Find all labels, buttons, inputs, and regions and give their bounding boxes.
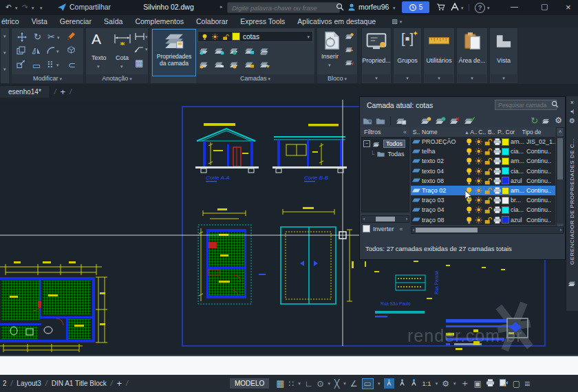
- annotation-panel-label[interactable]: Anotação: [86, 74, 148, 83]
- layer-freeze-icon[interactable]: [474, 177, 484, 185]
- layout-tab-partial[interactable]: 2: [3, 380, 7, 387]
- layer-freeze-icon[interactable]: [474, 186, 484, 195]
- tab-complementos[interactable]: Complementos: [129, 17, 190, 25]
- col-lock[interactable]: B..: [487, 129, 497, 135]
- layer-on-icon[interactable]: [464, 147, 474, 155]
- layer-freeze-icon[interactable]: [474, 206, 484, 214]
- redo-dropdown-icon[interactable]: ▾: [32, 6, 34, 10]
- clipboard-panel-dropdown-icon[interactable]: ▾: [458, 74, 486, 83]
- col-on[interactable]: A..: [470, 129, 478, 135]
- layer-plot-icon[interactable]: [493, 157, 502, 165]
- layer-row[interactable]: texto 08azulContinu..: [411, 176, 555, 186]
- snap-dropdown-icon[interactable]: ▾: [298, 381, 301, 386]
- rotate-icon[interactable]: ↻: [34, 32, 41, 41]
- filter-tree-item-all[interactable]: − Todos: [363, 140, 407, 148]
- col-freeze[interactable]: C..: [478, 129, 487, 135]
- polar-dropdown-icon[interactable]: ▾: [328, 381, 331, 386]
- layer-lock-icon[interactable]: [483, 186, 493, 195]
- annotation-scale-icon[interactable]: [410, 378, 418, 389]
- search-icon[interactable]: [336, 3, 344, 11]
- new-drawing-tab-button[interactable]: +: [61, 87, 66, 97]
- layer-color-cell[interactable]: [502, 206, 511, 214]
- edit-block-icon[interactable]: [345, 45, 354, 54]
- layer-dropdown[interactable]: cotas ▾: [197, 31, 313, 42]
- layer-unlock-icon[interactable]: [222, 33, 229, 41]
- layer-lock-icon[interactable]: [483, 167, 493, 175]
- isodraft-dropdown-icon[interactable]: ▾: [343, 381, 346, 386]
- layer-freeze-icon[interactable]: [474, 147, 484, 155]
- layer-isolate-icon[interactable]: [199, 46, 210, 55]
- redo-icon[interactable]: ↷: [22, 3, 28, 11]
- layer-on-icon[interactable]: [464, 157, 474, 165]
- layer-color-cell[interactable]: [502, 177, 511, 184]
- tab-gerenciar[interactable]: Gerenciar: [54, 17, 98, 25]
- layer-lock-icon[interactable]: [483, 216, 493, 224]
- layer-lock-icon[interactable]: [483, 206, 493, 214]
- filter-all-used-label[interactable]: Todas: [387, 151, 404, 157]
- layer-properties-button[interactable]: Propriedades da camada: [152, 29, 196, 76]
- tree-collapse-icon[interactable]: −: [363, 140, 370, 147]
- user-avatar-icon[interactable]: [347, 3, 356, 12]
- layer-freeze-icon[interactable]: [474, 167, 484, 175]
- help-dropdown-icon[interactable]: ▾: [487, 6, 490, 10]
- dynamic-input-dropdown-icon[interactable]: ▾: [378, 381, 381, 386]
- ortho-icon[interactable]: ∟: [305, 379, 313, 389]
- sort-asc-icon[interactable]: ▲: [464, 130, 470, 135]
- polar-tracking-icon[interactable]: ⊙: [317, 379, 323, 389]
- ribbon-panel-clipboard[interactable]: Área de... ▾: [456, 28, 488, 84]
- array-icon[interactable]: ⠿: [47, 61, 54, 69]
- layer-lock-icon[interactable]: [483, 138, 493, 146]
- command-line-area[interactable]: [0, 355, 578, 375]
- palette-properties-gear-icon[interactable]: ⚙: [566, 117, 578, 124]
- model-space-button[interactable]: MODELO: [230, 378, 269, 389]
- layer-freeze-icon[interactable]: [474, 138, 484, 146]
- hscroll-thumb[interactable]: [416, 228, 478, 232]
- trial-clock-badge[interactable]: 5: [402, 1, 429, 13]
- layer-plot-icon[interactable]: [493, 196, 502, 204]
- layer-row[interactable]: telhacia...Continu..: [411, 146, 555, 156]
- layer-freeze-icon[interactable]: [474, 216, 484, 224]
- plot-icon[interactable]: [486, 378, 495, 389]
- keyword-search-input[interactable]: [227, 2, 340, 13]
- layer-row[interactable]: traço 03br...Continu..: [411, 195, 555, 205]
- autodesk-dropdown-icon[interactable]: ▾: [461, 6, 464, 10]
- erase-pencil-icon[interactable]: [67, 32, 76, 41]
- insert-block-label[interactable]: Inserir: [321, 53, 339, 60]
- layer-on-icon[interactable]: [464, 167, 474, 175]
- linear-dim-dropdown-icon[interactable]: ▾: [145, 34, 148, 39]
- col-name[interactable]: Nome: [422, 129, 464, 135]
- hscroll-thumb[interactable]: [376, 217, 395, 221]
- autodesk-logo-icon[interactable]: [451, 3, 459, 11]
- tab-vista[interactable]: Vista: [25, 17, 54, 25]
- filters-hscrollbar[interactable]: ‹›: [361, 215, 409, 223]
- layer-search-input[interactable]: [495, 100, 557, 110]
- layer-copy-objects-icon[interactable]: [259, 60, 270, 69]
- layer-freeze-icon[interactable]: [474, 196, 484, 204]
- mirror-icon[interactable]: [32, 46, 41, 55]
- undo-dropdown-icon[interactable]: ▾: [15, 6, 18, 10]
- search-expand-icon[interactable]: ▸: [220, 4, 223, 9]
- palette-autohide-icon[interactable]: ◂|: [566, 109, 578, 114]
- fillet-icon[interactable]: [47, 46, 55, 54]
- stretch-icon[interactable]: ▭: [32, 61, 41, 70]
- layer-row[interactable]: texto 04cia...Continu..: [411, 166, 555, 176]
- layer-plot-icon[interactable]: [493, 177, 502, 185]
- tab-express-tools[interactable]: Express Tools: [234, 17, 291, 25]
- layer-on-icon[interactable]: [464, 216, 474, 224]
- new-group-filter-icon[interactable]: [376, 116, 385, 125]
- vscroll-thumb[interactable]: [557, 138, 563, 179]
- dynamic-input-icon[interactable]: ▭: [362, 378, 374, 389]
- layer-color-cell[interactable]: [502, 148, 511, 155]
- new-layer-vp-icon[interactable]: [435, 116, 446, 125]
- layer-unisolate-icon[interactable]: [214, 46, 225, 55]
- layer-on-bulb-icon[interactable]: [201, 33, 208, 41]
- set-current-layer-icon[interactable]: [464, 116, 475, 125]
- text-dropdown-icon[interactable]: ▾: [97, 64, 100, 69]
- invert-filter-checkbox[interactable]: [363, 225, 370, 232]
- insert-block-icon[interactable]: [321, 31, 339, 50]
- layer-states-icon[interactable]: [396, 116, 407, 125]
- layout-tab-layout3[interactable]: Layout3: [17, 380, 41, 387]
- text-tool-icon[interactable]: A: [92, 31, 101, 47]
- layer-lock-icon[interactable]: [483, 196, 493, 204]
- layer-row[interactable]: texto 02am...Continu..: [411, 156, 555, 166]
